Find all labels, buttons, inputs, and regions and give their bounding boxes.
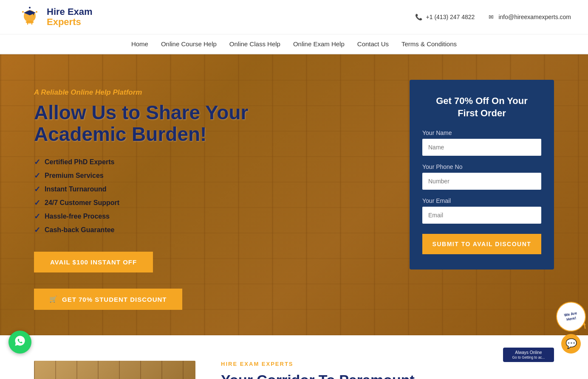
hero-buttons: AVAIL $100 INSTANT OFF 🛒 GET 70% STUDENT… [34, 252, 272, 310]
below-hero-title: Your Corridor To Paramount Academic Resu… [221, 371, 554, 379]
feature-item: ✓Cash-back Guarantee [34, 225, 272, 235]
header-email[interactable]: ✉ info@hireexamexperts.com [487, 13, 571, 21]
email-label: Your Email [422, 197, 541, 204]
chat-button[interactable]: 💬 [561, 334, 581, 354]
email-address: info@hireexamexperts.com [498, 14, 571, 20]
hero-form-panel: Get 70% Off On Your First Order Your Nam… [410, 80, 554, 270]
checkmark-icon: ✓ [34, 225, 40, 235]
below-hero-section: HIRE EXAM EXPERTS Your Corridor To Param… [0, 335, 588, 379]
hero-title-line2: Academic Burden! [34, 123, 206, 145]
logo-text: Hire Exam Experts [47, 7, 93, 27]
phone-icon: 📞 [415, 13, 423, 21]
checkmark-icon: ✓ [34, 198, 40, 208]
phone-number: +1 (413) 247 4822 [426, 14, 475, 20]
name-label: Your Name [422, 129, 541, 136]
discount-form: Your Name Your Phone No Your Email SUBMI… [422, 129, 541, 254]
svg-point-8 [22, 11, 24, 13]
logo-icon [17, 4, 42, 30]
svg-rect-12 [584, 325, 586, 329]
phone-input[interactable] [422, 173, 541, 190]
svg-point-9 [36, 11, 37, 13]
student-discount-button[interactable]: 🛒 GET 70% STUDENT DISCOUNT [34, 289, 182, 310]
svg-point-10 [29, 7, 31, 8]
feature-item: ✓Certified PhD Experts [34, 157, 272, 167]
whatsapp-button[interactable] [8, 331, 31, 354]
nav-contact-us[interactable]: Contact Us [357, 40, 389, 48]
nav-online-exam-help[interactable]: Online Exam Help [293, 40, 345, 48]
main-nav: Home Online Course Help Online Class Hel… [0, 34, 588, 54]
phone-label: Your Phone No [422, 163, 541, 170]
site-header: Hire Exam Experts 📞 +1 (413) 247 4822 ✉ … [0, 0, 588, 34]
svg-point-7 [33, 15, 34, 17]
form-title: Get 70% Off On Your First Order [422, 95, 541, 119]
chat-tooltip: Always OnlineGo to Getting to ac... [503, 348, 554, 362]
hero-tagline: A Reliable Online Help Platform [34, 88, 272, 97]
logo-hire: Hire Exam [47, 7, 93, 17]
name-input[interactable] [422, 139, 541, 156]
header-phone[interactable]: 📞 +1 (413) 247 4822 [415, 13, 475, 21]
cart-icon: 🛒 [49, 295, 58, 303]
email-icon: ✉ [487, 13, 495, 21]
email-input[interactable] [422, 207, 541, 224]
hero-left: A Reliable Online Help Platform Allow Us… [34, 80, 272, 310]
logo-area[interactable]: Hire Exam Experts [17, 4, 93, 30]
feature-list: ✓Certified PhD Experts ✓Premium Services… [34, 157, 272, 235]
below-hero-text: HIRE EXAM EXPERTS Your Corridor To Param… [221, 361, 554, 379]
feature-item: ✓Premium Services [34, 171, 272, 180]
nav-terms-conditions[interactable]: Terms & Conditions [401, 40, 457, 48]
feature-item: ✓Instant Turnaround [34, 185, 272, 194]
checkmark-icon: ✓ [34, 212, 40, 221]
we-are-here-widget: We AreHere! 💬 Always OnlineGo to Getting… [554, 302, 588, 354]
feature-item: ✓24/7 Customer Support [34, 198, 272, 208]
checkmark-icon: ✓ [34, 157, 40, 167]
nav-online-class-help[interactable]: Online Class Help [229, 40, 280, 48]
checkmark-icon: ✓ [34, 185, 40, 194]
below-hero-image [34, 361, 195, 379]
hero-section: A Reliable Online Help Platform Allow Us… [0, 54, 588, 335]
checkmark-icon: ✓ [34, 171, 40, 180]
feature-item: ✓Hassle-free Process [34, 212, 272, 221]
nav-online-course-help[interactable]: Online Course Help [161, 40, 217, 48]
hero-content: A Reliable Online Help Platform Allow Us… [0, 54, 588, 335]
submit-button[interactable]: SUBMIT TO AVAIL DISCOUNT [422, 234, 541, 254]
whatsapp-icon [14, 335, 26, 350]
avail-instant-off-button[interactable]: AVAIL $100 INSTANT OFF [34, 252, 153, 272]
logo-experts: Experts [47, 17, 93, 27]
we-are-here-badge: We AreHere! [554, 299, 588, 334]
hero-title-line1: Allow Us to Share Your [34, 101, 248, 124]
header-contact: 📞 +1 (413) 247 4822 ✉ info@hireexamexper… [415, 13, 571, 21]
hero-title: Allow Us to Share Your Academic Burden! [34, 102, 272, 145]
nav-home[interactable]: Home [131, 40, 148, 48]
svg-rect-2 [26, 21, 33, 23]
